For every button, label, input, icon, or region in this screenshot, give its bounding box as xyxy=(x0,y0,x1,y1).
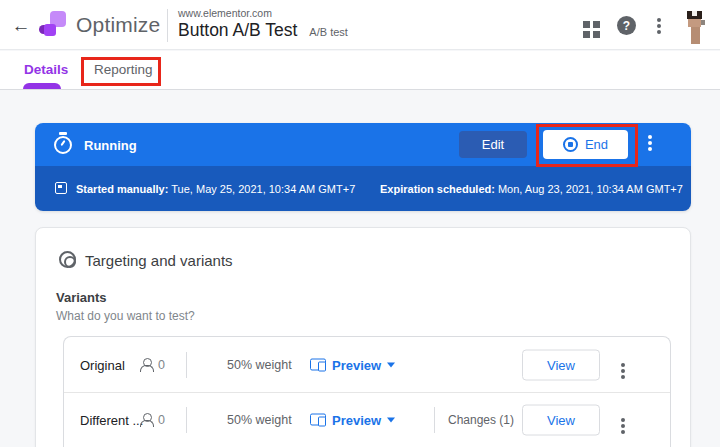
preview-link[interactable]: Preview xyxy=(310,357,395,372)
edit-button[interactable]: Edit xyxy=(459,131,527,158)
annotation-red-box-reporting xyxy=(81,57,161,86)
variants-heading: Variants xyxy=(56,290,107,305)
back-arrow-icon[interactable]: ← xyxy=(8,13,34,39)
visitors-count: 0 xyxy=(158,413,165,427)
chevron-down-icon xyxy=(387,418,395,423)
started-date: Started manually:Tue, May 25, 2021, 10:3… xyxy=(76,183,355,195)
variants-question: What do you want to test? xyxy=(56,309,195,323)
view-button[interactable]: View xyxy=(522,349,600,380)
row-more-menu-icon[interactable] xyxy=(621,363,625,367)
visitors-count: 0 xyxy=(158,358,165,372)
preview-label: Preview xyxy=(332,357,381,372)
cell-divider xyxy=(434,407,435,433)
visitors-icon xyxy=(139,358,153,372)
variant-name: Original xyxy=(80,357,125,372)
active-tab-underline xyxy=(23,83,61,89)
expiration-label: Expiration scheduled: xyxy=(380,183,495,195)
variant-weight: 50% weight xyxy=(227,358,292,372)
chevron-down-icon xyxy=(387,362,395,367)
app-name: Optimize xyxy=(76,13,160,37)
site-url: www.elementor.com xyxy=(178,7,272,19)
card-title: Targeting and variants xyxy=(85,252,233,269)
experiment-title: Button A/B Test xyxy=(178,20,297,41)
apps-grid-icon[interactable] xyxy=(583,21,590,28)
annotation-red-box-end xyxy=(536,124,638,167)
user-avatar[interactable] xyxy=(684,8,708,46)
variants-table: Original 0 50% weight Preview View Diffe… xyxy=(63,336,671,447)
variant-weight: 50% weight xyxy=(227,413,292,427)
experiment-type-badge: A/B test xyxy=(309,26,348,38)
experiment-title-row: Button A/B Test A/B test xyxy=(178,20,348,41)
cell-divider xyxy=(186,352,187,378)
started-label: Started manually: xyxy=(76,183,168,195)
started-value: Tue, May 25, 2021, 10:34 AM GMT+7 xyxy=(171,183,355,195)
target-icon xyxy=(59,251,76,268)
row-more-menu-icon[interactable] xyxy=(621,418,625,422)
changes-count: Changes (1) xyxy=(448,413,514,427)
targeting-variants-card: Targeting and variants Variants What do … xyxy=(35,227,691,447)
calendar-icon xyxy=(55,182,67,194)
devices-icon xyxy=(310,414,326,427)
view-button[interactable]: View xyxy=(522,405,600,436)
help-icon[interactable]: ? xyxy=(617,16,636,35)
status-banner-dates: Started manually:Tue, May 25, 2021, 10:3… xyxy=(35,166,691,211)
status-label: Running xyxy=(84,138,137,153)
variant-name: Different ... xyxy=(80,413,143,428)
optimize-logo-icon xyxy=(39,11,67,39)
stopwatch-icon xyxy=(54,136,72,154)
header-divider xyxy=(167,9,168,42)
header-more-menu-icon[interactable] xyxy=(657,18,661,22)
expiration-value: Mon, Aug 23, 2021, 10:34 AM GMT+7 xyxy=(498,183,683,195)
devices-icon xyxy=(310,358,326,371)
expiration-date: Expiration scheduled:Mon, Aug 23, 2021, … xyxy=(380,183,683,195)
app-header: ← Optimize www.elementor.com Button A/B … xyxy=(0,0,720,50)
preview-label: Preview xyxy=(332,413,381,428)
cell-divider xyxy=(186,407,187,433)
banner-more-menu-icon[interactable] xyxy=(648,135,652,139)
tab-details[interactable]: Details xyxy=(24,62,68,77)
preview-link[interactable]: Preview xyxy=(310,413,395,428)
visitors-icon xyxy=(139,413,153,427)
variant-row-original: Original 0 50% weight Preview View xyxy=(64,337,670,392)
logo-shape-mid xyxy=(44,24,56,36)
variant-row-different: Different ... 0 50% weight Preview Chang… xyxy=(64,392,670,447)
